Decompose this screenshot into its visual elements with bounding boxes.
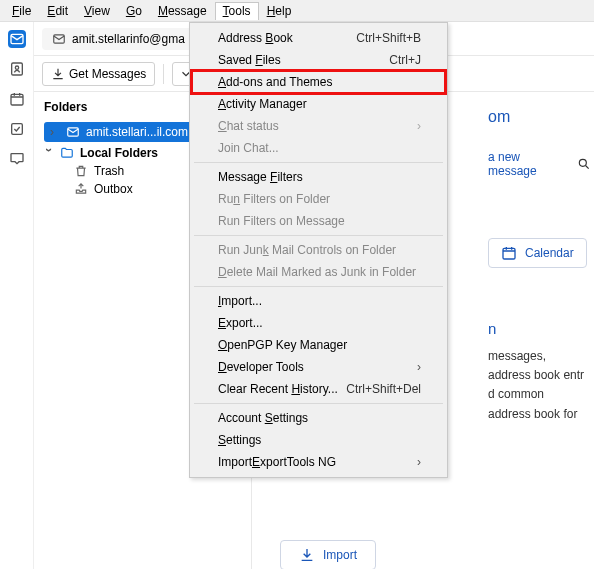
- menu-item-add-ons-and-themes[interactable]: Add-ons and Themes: [192, 71, 445, 93]
- spaces-toolbar: [0, 22, 34, 569]
- menu-item-developer-tools[interactable]: Developer Tools›: [192, 356, 445, 378]
- menu-item-activity-manager[interactable]: Activity Manager: [192, 93, 445, 115]
- menu-separator: [194, 286, 443, 287]
- menu-item-export[interactable]: Export...: [192, 312, 445, 334]
- menu-message[interactable]: Message: [150, 2, 215, 20]
- tab-label: amit.stellarinfo@gma: [72, 32, 185, 46]
- addressbook-space-icon[interactable]: [8, 60, 26, 78]
- trash-icon: [74, 164, 88, 178]
- search-icon: [577, 157, 591, 171]
- import-icon: [299, 547, 315, 563]
- menu-file[interactable]: File: [4, 2, 39, 20]
- tools-menu: Address BookCtrl+Shift+BSaved FilesCtrl+…: [189, 22, 448, 478]
- menu-item-importexporttools-ng[interactable]: ImportExportTools NG›: [192, 451, 445, 473]
- calendar-label: Calendar: [525, 246, 574, 260]
- menu-edit[interactable]: Edit: [39, 2, 76, 20]
- search-link[interactable]: Se: [577, 157, 594, 171]
- menu-item-run-filters-on-message: Run Filters on Message: [192, 210, 445, 232]
- menu-item-clear-recent-history[interactable]: Clear Recent History...Ctrl+Shift+Del: [192, 378, 445, 400]
- get-messages-label: Get Messages: [69, 67, 146, 81]
- outbox-icon: [74, 182, 88, 196]
- menu-item-address-book[interactable]: Address BookCtrl+Shift+B: [192, 27, 445, 49]
- menu-separator: [194, 403, 443, 404]
- get-messages-button[interactable]: Get Messages: [42, 62, 155, 86]
- calendar-icon: [501, 245, 517, 261]
- menu-go[interactable]: Go: [118, 2, 150, 20]
- import-desc: messages, address book entr d common add…: [488, 347, 586, 424]
- download-icon: [51, 67, 65, 81]
- svg-rect-8: [503, 248, 515, 259]
- folders-label: Folders: [44, 100, 87, 114]
- outbox-label: Outbox: [94, 182, 133, 196]
- menu-item-openpgp-key-manager[interactable]: OpenPGP Key Manager: [192, 334, 445, 356]
- write-message-link[interactable]: a new message: [488, 150, 537, 178]
- menubar: FileEditViewGoMessageToolsHelp: [0, 0, 594, 22]
- menu-help[interactable]: Help: [259, 2, 300, 20]
- local-folders-label: Local Folders: [80, 146, 158, 160]
- menu-item-run-filters-on-folder: Run Filters on Folder: [192, 188, 445, 210]
- menu-item-message-filters[interactable]: Message Filters: [192, 166, 445, 188]
- menu-separator: [194, 162, 443, 163]
- mail-icon: [66, 125, 80, 139]
- account-tab[interactable]: amit.stellarinfo@gma: [42, 28, 195, 50]
- mail-space-icon[interactable]: [8, 30, 26, 48]
- account-heading: om: [488, 108, 586, 126]
- account-label: amit.stellari...il.com: [86, 125, 188, 139]
- menu-item-settings[interactable]: Settings: [192, 429, 445, 451]
- menu-item-import[interactable]: Import...: [192, 290, 445, 312]
- chevron-down-icon: ›: [42, 148, 56, 158]
- svg-point-2: [15, 66, 18, 69]
- menu-item-account-settings[interactable]: Account Settings: [192, 407, 445, 429]
- menu-view[interactable]: View: [76, 2, 118, 20]
- svg-point-7: [579, 159, 586, 166]
- trash-label: Trash: [94, 164, 124, 178]
- menu-item-run-junk-mail-controls-on-folder: Run Junk Mail Controls on Folder: [192, 239, 445, 261]
- menu-item-saved-files[interactable]: Saved FilesCtrl+J: [192, 49, 445, 71]
- svg-rect-4: [11, 124, 22, 135]
- import-label: Import: [323, 548, 357, 562]
- menu-item-join-chat: Join Chat...: [192, 137, 445, 159]
- tasks-space-icon[interactable]: [8, 120, 26, 138]
- calendar-space-icon[interactable]: [8, 90, 26, 108]
- menu-item-chat-status: Chat status›: [192, 115, 445, 137]
- menu-separator: [194, 235, 443, 236]
- calendar-button[interactable]: Calendar: [488, 238, 587, 268]
- write-label: a new message: [488, 150, 537, 178]
- folder-icon: [60, 146, 74, 160]
- menu-item-delete-mail-marked-as-junk-in-folder: Delete Mail Marked as Junk in Folder: [192, 261, 445, 283]
- separator: [163, 64, 164, 84]
- import-button[interactable]: Import: [280, 540, 376, 569]
- chevron-right-icon: ›: [50, 125, 60, 139]
- svg-rect-3: [11, 94, 23, 105]
- menu-tools[interactable]: Tools: [215, 2, 259, 20]
- import-heading: n: [488, 320, 586, 337]
- chat-space-icon[interactable]: [8, 150, 26, 168]
- mail-icon: [52, 32, 66, 46]
